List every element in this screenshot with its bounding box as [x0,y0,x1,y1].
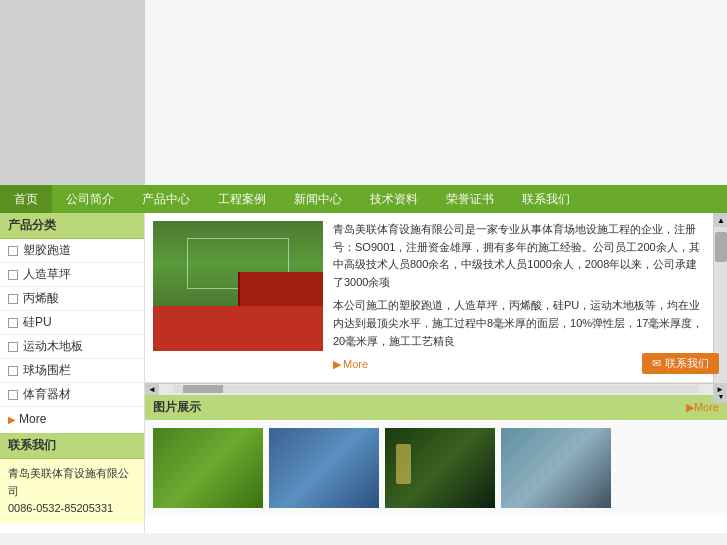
sidebar-item-acrylic[interactable]: 丙烯酸 [0,287,144,311]
nav-item-home[interactable]: 首页 [0,185,52,213]
sidebar-item-silicon[interactable]: 硅PU [0,311,144,335]
article-image [153,221,323,351]
sidebar-label-equipment: 体育器材 [23,386,71,403]
sidebar-section1-title: 产品分类 [0,213,144,239]
checkbox-track[interactable] [8,246,18,256]
sidebar-more-label: More [19,412,46,426]
nav-item-contact[interactable]: 联系我们 [508,185,584,213]
contact-btn-label: 联系我们 [665,356,709,371]
gallery-thumb-1[interactable] [153,428,263,508]
sidebar-label-fence: 球场围栏 [23,362,71,379]
scroll-right-btn[interactable]: ► [713,383,727,395]
gallery-header: 图片展示 ▶ More [145,395,727,420]
main-content: 产品分类 塑胶跑道 人造草坪 丙烯酸 硅PU 运动木地板 球场围栏 体育器材 [0,213,727,533]
sidebar-section2-title: 联系我们 [0,433,144,459]
stadium-field [153,221,323,306]
gallery-thumb-4[interactable] [501,428,611,508]
gallery-thumb-2[interactable] [269,428,379,508]
banner-area [0,0,727,185]
sidebar-item-grass[interactable]: 人造草坪 [0,263,144,287]
h-scroll-thumb[interactable] [183,385,223,393]
sidebar-label-track: 塑胶跑道 [23,242,71,259]
sidebar-label-grass: 人造草坪 [23,266,71,283]
sidebar-item-equipment[interactable]: 体育器材 [0,383,144,407]
sidebar-more-btn[interactable]: ▶ More [0,407,144,431]
contact-us-button[interactable]: ✉ 联系我们 [642,353,719,374]
gallery-section: 图片展示 ▶ More [145,395,727,516]
nav-item-honor[interactable]: 荣誉证书 [432,185,508,213]
scroll-up-btn[interactable]: ▲ [714,213,727,227]
banner-left [0,0,145,185]
checkbox-grass[interactable] [8,270,18,280]
checkbox-silicon[interactable] [8,318,18,328]
email-icon: ✉ [652,357,661,370]
sidebar-label-silicon: 硅PU [23,314,52,331]
sidebar-item-fence[interactable]: 球场围栏 [0,359,144,383]
banner-main [145,0,727,185]
more-arrow-icon: ▶ [8,414,16,425]
stadium-track [153,306,323,352]
article-more-label: More [343,356,368,374]
nav-bar: 首页 公司简介 产品中心 工程案例 新闻中心 技术资料 荣誉证书 联系我们 [0,185,727,213]
nav-item-products[interactable]: 产品中心 [128,185,204,213]
scroll-left-btn[interactable]: ◄ [145,383,159,395]
h-scroll-track [173,385,699,393]
sidebar-item-wood[interactable]: 运动木地板 [0,335,144,359]
checkbox-acrylic[interactable] [8,294,18,304]
nav-item-news[interactable]: 新闻中心 [280,185,356,213]
sidebar-label-acrylic: 丙烯酸 [23,290,59,307]
content-right: ▲ ▼ 青岛美联体育设施有限公司是一家专业从事体育场地设施工程的企业，注册号：S… [145,213,727,533]
gallery-thumb-3[interactable] [385,428,495,508]
contact-company: 青岛美联体育设施有限公司 [8,465,136,500]
contact-tel: 0086-0532-85205331 [8,500,136,518]
article-area: ▲ ▼ 青岛美联体育设施有限公司是一家专业从事体育场地设施工程的企业，注册号：S… [145,213,727,383]
h-scrollbar[interactable]: ◄ ► [145,383,727,395]
article-paragraph2: 本公司施工的塑胶跑道，人造草坪，丙烯酸，硅PU，运动木地板等，均在业内达到最顶尖… [333,297,707,350]
v-scrollbar[interactable]: ▲ ▼ [713,213,727,403]
gallery-title: 图片展示 [153,399,201,416]
sidebar-item-track[interactable]: 塑胶跑道 [0,239,144,263]
gallery-more-label: More [694,401,719,413]
sidebar-label-wood: 运动木地板 [23,338,83,355]
stadium-seats [238,272,323,306]
nav-item-about[interactable]: 公司简介 [52,185,128,213]
article-more-arrow-icon: ▶ [333,356,341,374]
checkbox-fence[interactable] [8,366,18,376]
article-text-content: 青岛美联体育设施有限公司是一家专业从事体育场地设施工程的企业，注册号：SO900… [333,221,707,374]
gallery-more-arrow-icon: ▶ [686,401,694,414]
nav-item-tech[interactable]: 技术资料 [356,185,432,213]
checkbox-wood[interactable] [8,342,18,352]
article-paragraph1: 青岛美联体育设施有限公司是一家专业从事体育场地设施工程的企业，注册号：SO900… [333,221,707,291]
sidebar: 产品分类 塑胶跑道 人造草坪 丙烯酸 硅PU 运动木地板 球场围栏 体育器材 [0,213,145,533]
contact-box: 青岛美联体育设施有限公司 0086-0532-85205331 [0,459,144,524]
gallery-images [145,420,727,516]
checkbox-equipment[interactable] [8,390,18,400]
nav-item-cases[interactable]: 工程案例 [204,185,280,213]
